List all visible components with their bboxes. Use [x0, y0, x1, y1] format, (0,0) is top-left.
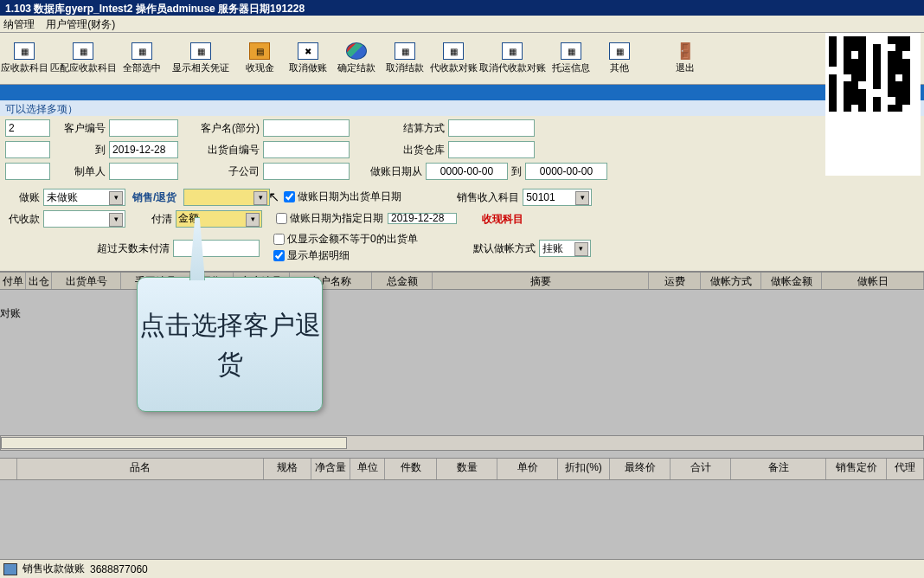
- label-to: 到: [54, 143, 106, 157]
- select-proxy[interactable]: [43, 210, 125, 228]
- blue-separator: [0, 85, 924, 100]
- input-todate[interactable]: [109, 141, 178, 158]
- label-maker: 制单人: [54, 164, 106, 179]
- gh2-6[interactable]: 单价: [497, 459, 558, 479]
- gh1-7[interactable]: 总金额: [372, 273, 433, 289]
- label-income-acct: 销售收入科目: [450, 190, 519, 205]
- gh2-2[interactable]: 净含量: [311, 459, 350, 479]
- qr-code: [825, 33, 921, 176]
- gh1-9[interactable]: 运费: [649, 273, 701, 289]
- input-bookto[interactable]: [525, 163, 607, 180]
- toolbar: ▦应收款科目 ▦匹配应收款科目 ▦全部选中 ▦显示相关凭证 ▤收现金 ✖取消做账…: [0, 33, 924, 85]
- gh2-9[interactable]: 合计: [671, 459, 731, 479]
- tool-cancel-booking[interactable]: ✖取消做账: [284, 41, 332, 76]
- input-small[interactable]: [5, 119, 50, 137]
- label-settle: 付清: [129, 212, 172, 227]
- tool-confirm-settle[interactable]: 确定结款: [332, 41, 381, 76]
- input-warehouse[interactable]: [448, 141, 535, 158]
- gh1-10[interactable]: 做帐方式: [701, 273, 761, 289]
- gh1-1[interactable]: 出仓: [26, 273, 52, 289]
- tool-other[interactable]: ▦其他: [595, 41, 644, 76]
- label-custname: 客户名(部分): [199, 121, 260, 136]
- grid2-header: 品名 规格 净含量 单位 件数 数量 单价 折扣(%) 最终价 合计 备注 销售…: [0, 458, 924, 480]
- label-shipno: 出货自编号: [199, 143, 260, 157]
- input-small2[interactable]: [5, 141, 50, 158]
- select-sales-return-highlighted[interactable]: [183, 189, 270, 206]
- tool-collect-cash[interactable]: ▤收现金: [235, 41, 284, 76]
- status-tab-label[interactable]: 销售收款做账: [22, 562, 85, 576]
- cb-ship-date-label: 做账日期为出货单日期: [298, 189, 401, 204]
- gh2-12[interactable]: 代理: [887, 459, 924, 479]
- gh2-11[interactable]: 销售定价: [826, 459, 887, 479]
- label-sales-return: 销售/退货: [132, 190, 176, 205]
- label-default-method: 默认做帐方式: [466, 241, 536, 256]
- cb-ship-date[interactable]: [284, 191, 295, 202]
- gh2-10[interactable]: 备注: [731, 459, 826, 479]
- label-sub: 子公司: [199, 164, 260, 179]
- select-income-acct[interactable]: 50101: [523, 189, 592, 206]
- status-icon: [3, 563, 17, 575]
- select-settle-amount[interactable]: 金额: [176, 210, 262, 228]
- status-bar: 销售收款做账 3688877060: [0, 559, 924, 578]
- label-overdue: 超过天数未付清: [5, 241, 170, 256]
- gh1-12[interactable]: 做帐日: [822, 273, 924, 289]
- gh2-3[interactable]: 单位: [350, 459, 385, 479]
- filter-panel: 客户编号 客户名(部分) 结算方式 到 出货自编号 出货仓库 制单人 子公司 做…: [0, 116, 924, 271]
- input-maker[interactable]: [109, 163, 178, 180]
- select-book-status[interactable]: 未做账: [43, 189, 125, 206]
- input-custname[interactable]: [263, 119, 350, 137]
- tool-match-ar[interactable]: ▦匹配应收款科目: [48, 41, 118, 76]
- input-method[interactable]: [448, 119, 535, 137]
- gh2-4[interactable]: 件数: [385, 459, 437, 479]
- menu-item-1[interactable]: 纳管理: [3, 18, 35, 30]
- tool-cancel-proxy-recon[interactable]: ▦取消代收款对账: [478, 41, 547, 76]
- tool-exit[interactable]: 🚪退出: [661, 41, 709, 76]
- label-to2: 到: [511, 164, 522, 179]
- cb-nonzero-label: 仅显示金额不等于0的出货单: [287, 232, 418, 247]
- menu-item-2[interactable]: 用户管理(财务): [46, 18, 115, 30]
- input-custno[interactable]: [109, 119, 178, 137]
- input-overdue-days[interactable]: [173, 240, 260, 257]
- gh1-8[interactable]: 摘要: [433, 273, 649, 289]
- gh2-blank: [0, 459, 17, 479]
- tool-select-all[interactable]: ▦全部选中: [118, 41, 166, 76]
- select-default-method[interactable]: 挂账: [539, 240, 591, 257]
- label-proxy: 代收款: [5, 212, 40, 227]
- cb-spec-date[interactable]: [276, 213, 287, 224]
- gh1-2[interactable]: 出货单号: [52, 273, 121, 289]
- gh2-1[interactable]: 规格: [264, 459, 311, 479]
- gh1-0[interactable]: 付单: [0, 273, 26, 289]
- scroll-thumb[interactable]: [1, 437, 347, 449]
- status-number: 3688877060: [90, 563, 148, 575]
- tool-transport-info[interactable]: ▦托运信息: [547, 41, 595, 76]
- grid1-hscroll[interactable]: [0, 435, 924, 451]
- tutorial-callout: 点击选择客户退货: [137, 277, 323, 412]
- tool-ar-account[interactable]: ▦应收款科目: [0, 41, 48, 76]
- hint-text: 可以选择多项）: [0, 100, 924, 116]
- input-bookfrom[interactable]: [426, 163, 508, 180]
- input-spec-date[interactable]: [388, 213, 457, 224]
- menu-bar: 纳管理 用户管理(财务): [0, 16, 924, 33]
- label-custno: 客户编号: [54, 121, 106, 136]
- input-sub[interactable]: [263, 163, 350, 180]
- label-warehouse: 出货仓库: [396, 143, 445, 157]
- label-book: 做账: [5, 190, 40, 205]
- tool-show-voucher[interactable]: ▦显示相关凭证: [166, 41, 235, 76]
- gh2-8[interactable]: 最终价: [610, 459, 671, 479]
- cb-nonzero[interactable]: [273, 234, 285, 245]
- gh2-7[interactable]: 折扣(%): [558, 459, 610, 479]
- gh2-0[interactable]: 品名: [17, 459, 264, 479]
- cb-show-detail[interactable]: [273, 250, 285, 261]
- tool-proxy-recon[interactable]: ▦代收款对账: [429, 41, 478, 76]
- label-dz: 对账: [0, 306, 21, 321]
- label-cash-acct: 收现科目: [482, 212, 551, 227]
- gh1-11[interactable]: 做帐金额: [761, 273, 822, 289]
- cb-spec-date-label: 做账日期为指定日期: [290, 211, 383, 226]
- gh2-5[interactable]: 数量: [437, 459, 497, 479]
- tool-cancel-settle[interactable]: ▦取消结款: [381, 41, 429, 76]
- input-shipno[interactable]: [263, 141, 350, 158]
- cb-show-detail-label: 显示单据明细: [287, 248, 350, 263]
- input-small3[interactable]: [5, 163, 50, 180]
- window-title: 1.103 数据库gyerp_lntest2 操作员adminuse 服务器日期…: [0, 0, 924, 16]
- label-bookfrom: 做账日期从: [362, 164, 422, 179]
